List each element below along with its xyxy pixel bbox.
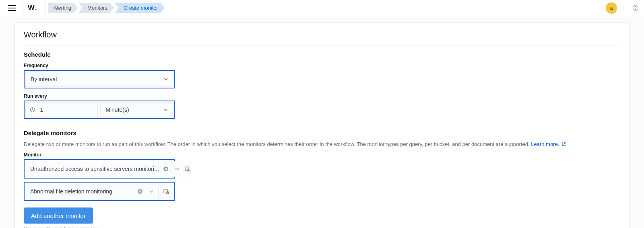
run-every-label: Run every <box>24 93 620 99</box>
view-monitor-button-1[interactable] <box>184 161 191 177</box>
divider <box>623 2 623 14</box>
monitor-select-2[interactable]: Abnormal file deletion monitoring <box>25 183 158 199</box>
chevron-down-icon <box>163 107 168 112</box>
add-another-monitor-button[interactable]: Add another monitor <box>24 207 93 224</box>
frequency-value: By interval <box>31 76 57 82</box>
run-every-input[interactable] <box>39 106 94 113</box>
divider <box>23 2 23 14</box>
clock-icon <box>30 107 35 113</box>
run-every-input-wrap[interactable] <box>25 102 98 117</box>
monitor-2-value: Abnormal file deletion monitoring <box>30 188 133 195</box>
breadcrumb-alerting[interactable]: Alerting <box>48 3 78 13</box>
breadcrumb: Alerting Monitors Create monitor <box>48 3 165 13</box>
app-logo[interactable]: W. <box>28 4 37 12</box>
svg-point-1 <box>636 9 636 9</box>
monitor-row-1-highlight: Unauthorized access to sensitive servers… <box>24 159 175 179</box>
monitor-select-1[interactable]: Unauthorized access to sensitive servers… <box>25 161 184 177</box>
svg-rect-7 <box>164 189 167 193</box>
frequency-field-highlight: By interval <box>24 70 175 88</box>
external-link-icon <box>561 142 566 146</box>
run-every-unit-select[interactable]: Minute(s) <box>100 102 173 117</box>
topbar: W. Alerting Monitors Create monitor a <box>0 0 644 16</box>
help-icon[interactable] <box>631 4 640 12</box>
run-every-unit-value: Minute(s) <box>105 107 129 113</box>
schedule-heading: Schedule <box>24 51 620 58</box>
run-every-field-highlight: Minute(s) <box>24 101 175 119</box>
divider <box>45 2 45 14</box>
monitor-1-value: Unauthorized access to sensitive servers… <box>30 166 159 172</box>
frequency-label: Frequency <box>24 63 620 68</box>
add-monitor-hint: You can add up to 8 more monitors. <box>24 226 620 228</box>
delegate-description: Delegate two or more monitors to run as … <box>24 141 620 147</box>
chevron-down-icon[interactable] <box>147 187 156 196</box>
panel-title: Workflow <box>24 30 620 45</box>
breadcrumb-monitors[interactable]: Monitors <box>78 3 114 13</box>
svg-rect-4 <box>185 167 189 170</box>
delegate-description-text: Delegate two or more monitors to run as … <box>24 141 531 147</box>
monitor-row-2-highlight: Abnormal file deletion monitoring <box>24 182 175 201</box>
delegate-heading: Delegate monitors <box>24 129 620 136</box>
learn-more-link[interactable]: Learn more. <box>531 141 566 147</box>
clear-icon[interactable] <box>136 187 144 196</box>
breadcrumb-create-monitor[interactable]: Create monitor <box>115 3 165 13</box>
avatar[interactable]: a <box>606 2 617 14</box>
menu-toggle[interactable] <box>8 4 16 12</box>
clear-icon[interactable] <box>161 164 170 173</box>
monitor-label: Monitor <box>24 152 620 158</box>
frequency-select[interactable]: By interval <box>25 72 173 87</box>
workflow-panel: Workflow Schedule Frequency By interval … <box>14 23 630 228</box>
logo-dot: . <box>35 4 37 12</box>
view-monitor-button-2[interactable] <box>158 183 173 199</box>
chevron-down-icon <box>163 77 168 82</box>
logo-letter: W <box>28 4 35 12</box>
chevron-down-icon[interactable] <box>173 164 182 173</box>
